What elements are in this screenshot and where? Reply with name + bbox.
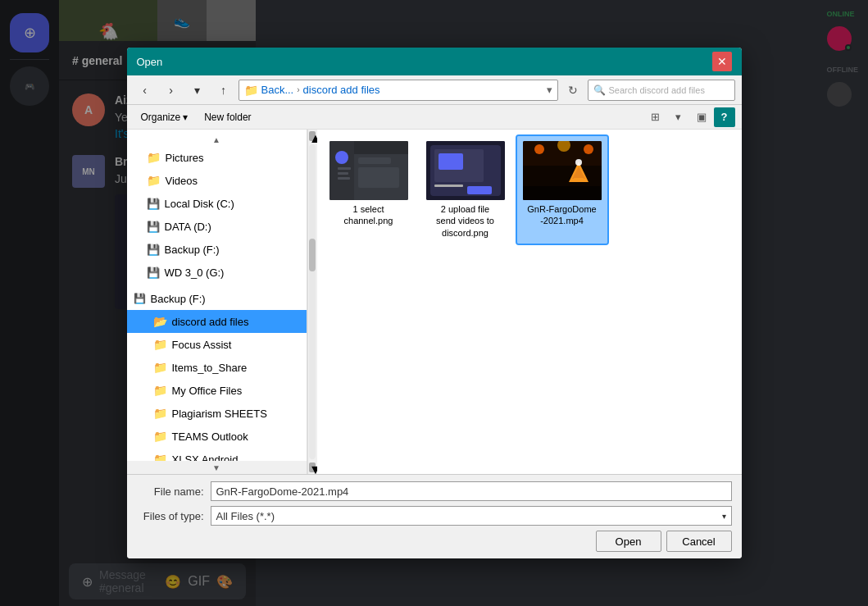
organize-arrow-icon: ▾ [183, 112, 188, 123]
svg-rect-24 [574, 178, 584, 181]
scroll-up-button[interactable]: ▲ [127, 133, 307, 146]
svg-rect-9 [358, 167, 399, 188]
filetype-label: Files of type: [137, 510, 211, 522]
drive-icon-g: 💾 [147, 267, 160, 279]
dialog-files-area: 1 selectchannel.png 2 up [317, 130, 742, 474]
file-thumbnail-2 [426, 141, 505, 200]
nav-item-focus-assist[interactable]: 📁 Focus Assist [127, 333, 307, 356]
search-box[interactable]: 🔍 Search discord add files [588, 80, 735, 101]
address-part-back[interactable]: Back... [261, 84, 294, 96]
organize-button[interactable]: Organize ▾ [134, 107, 196, 127]
svg-point-25 [575, 159, 582, 166]
file-item-2[interactable]: 2 upload filesend videos todiscord.png [420, 136, 511, 244]
filetype-row: Files of type: All Files (*.*) ▾ [137, 506, 732, 526]
open-dialog: Open ✕ ‹ › ▾ ↑ 📁 Back... › discord add f… [127, 48, 742, 558]
svg-rect-5 [338, 167, 351, 170]
nav-item-pictures[interactable]: 📁 Pictures [127, 146, 307, 169]
search-placeholder: Search discord add files [609, 85, 705, 95]
folder-icon-videos: 📁 [147, 174, 161, 187]
dialog-close-button[interactable]: ✕ [712, 52, 732, 71]
nav-label-plagiarism: Plagiarism SHEETS [172, 408, 267, 420]
filetype-select[interactable]: All Files (*.*) ▾ [211, 506, 732, 526]
file-label-3: GnR-FargoDome-2021.mp4 [527, 203, 596, 227]
svg-rect-7 [338, 177, 350, 180]
refresh-button[interactable]: ↻ [561, 80, 584, 101]
pane-button[interactable]: ▣ [691, 107, 712, 127]
folder-icon-teams: 📁 [153, 430, 167, 443]
nav-item-backup-f[interactable]: 💾 Backup (F:) [127, 238, 307, 261]
filename-input[interactable] [211, 481, 732, 501]
dialog-titlebar: Open ✕ [127, 48, 742, 75]
file-thumbnail-3 [523, 141, 602, 200]
drive-icon-c: 💾 [147, 198, 160, 210]
svg-rect-2 [354, 141, 408, 154]
dialog-nav: ▲ 📁 Pictures 📁 Videos 💾 Local Disk (C:) … [127, 130, 307, 474]
scroll-thumb [309, 239, 316, 271]
nav-item-items-to-share[interactable]: 📁 Items_to_Share [127, 356, 307, 379]
address-separator: › [297, 85, 299, 94]
svg-rect-6 [338, 172, 348, 175]
forward-button[interactable]: › [160, 80, 183, 101]
nav-label-discord: discord add files [172, 316, 249, 328]
dialog-buttons: Open Cancel [137, 531, 732, 552]
address-dropdown-icon[interactable]: ▾ [547, 84, 552, 96]
drive-icon-backup: 💾 [134, 293, 146, 304]
folder-icon-items: 📁 [153, 361, 167, 374]
nav-label-focus: Focus Assist [172, 339, 232, 351]
filename-row: File name: [137, 481, 732, 501]
folder-icon-focus: 📁 [153, 338, 167, 351]
nav-item-teams[interactable]: 📁 TEAMS Outlook [127, 425, 307, 448]
view-icons-group: ⊞ ▾ ▣ ? [645, 107, 735, 127]
nav-label-backup-parent: Backup (F:) [151, 293, 206, 305]
nav-item-data-d[interactable]: 💾 DATA (D:) [127, 215, 307, 238]
nav-label: Pictures [166, 152, 204, 164]
nav-scrollbar[interactable]: ▲ ▼ [307, 130, 317, 474]
dialog-menu-bar: Organize ▾ New folder ⊞ ▾ ▣ ? [127, 105, 742, 130]
nav-item-videos[interactable]: 📁 Videos [127, 169, 307, 192]
drive-icon-f: 💾 [147, 244, 160, 256]
filename-label: File name: [137, 485, 211, 498]
view-arrow-button[interactable]: ▾ [668, 107, 689, 127]
dialog-toolbar: ‹ › ▾ ↑ 📁 Back... › discord add files ▾ … [127, 75, 742, 105]
file-item-3[interactable]: GnR-FargoDome-2021.mp4 [517, 136, 607, 244]
svg-rect-15 [434, 185, 463, 187]
nav-label-office: My Office Files [172, 385, 243, 397]
file-item-1[interactable]: 1 selectchannel.png [324, 136, 414, 244]
filetype-dropdown-icon: ▾ [722, 512, 726, 521]
open-button[interactable]: Open [596, 531, 661, 552]
folder-icon: 📁 [147, 151, 161, 164]
address-part-current[interactable]: discord add files [303, 84, 380, 96]
organize-label: Organize [141, 112, 181, 123]
nav-item-wd-g[interactable]: 💾 WD 3_0 (G:) [127, 261, 307, 284]
dropdown-recent-button[interactable]: ▾ [186, 80, 209, 101]
nav-label-items: Items_to_Share [172, 362, 248, 374]
help-button[interactable]: ? [714, 107, 735, 127]
cancel-button[interactable]: Cancel [666, 531, 732, 552]
nav-item-local-disk-c[interactable]: 💾 Local Disk (C:) [127, 192, 307, 215]
scroll-down-button[interactable]: ▼ [127, 461, 307, 474]
svg-point-20 [584, 144, 593, 154]
address-folder-icon: 📁 [244, 84, 258, 97]
nav-label-d: DATA (D:) [165, 221, 211, 233]
thumbnail-svg-3 [523, 141, 602, 200]
svg-rect-13 [439, 153, 463, 170]
address-bar[interactable]: 📁 Back... › discord add files ▾ [239, 80, 558, 101]
back-button[interactable]: ‹ [134, 80, 157, 101]
scroll-up-thumb: ▲ [309, 131, 316, 141]
scroll-track [309, 144, 316, 459]
up-button[interactable]: ↑ [212, 80, 235, 101]
svg-rect-8 [358, 157, 391, 164]
nav-label-f: Backup (F:) [165, 244, 220, 256]
nav-item-plagiarism[interactable]: 📁 Plagiarism SHEETS [127, 402, 307, 425]
nav-item-backup-parent[interactable]: 💾 Backup (F:) [127, 287, 307, 310]
view-icon-button[interactable]: ⊞ [645, 107, 666, 127]
dialog-body: ▲ 📁 Pictures 📁 Videos 💾 Local Disk (C:) … [127, 130, 742, 474]
nav-item-discord-add-files[interactable]: 📂 discord add files [127, 310, 307, 333]
nav-item-my-office-files[interactable]: 📁 My Office Files [127, 379, 307, 402]
svg-rect-14 [467, 186, 492, 194]
svg-rect-1 [329, 141, 354, 200]
nav-label-g: WD 3_0 (G:) [165, 267, 225, 279]
new-folder-button[interactable]: New folder [197, 107, 258, 127]
thumbnail-svg-1 [329, 141, 408, 200]
svg-rect-21 [523, 186, 602, 200]
